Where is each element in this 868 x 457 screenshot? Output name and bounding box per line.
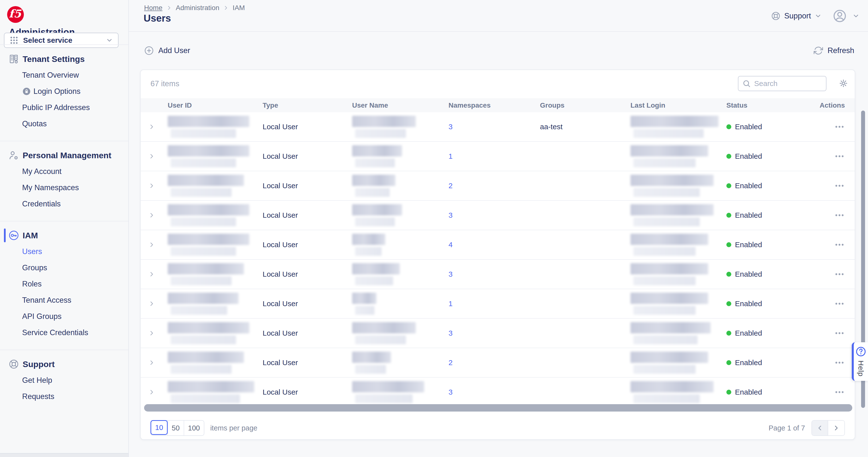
status-value: Enabled bbox=[735, 240, 762, 249]
sidebar-item-tenant-overview[interactable]: Tenant Overview bbox=[0, 67, 128, 83]
sidebar-section-header-support[interactable]: Support bbox=[0, 356, 128, 372]
f5-logo[interactable]: f5 bbox=[7, 6, 24, 23]
sidebar-item-login-options[interactable]: Login Options bbox=[0, 83, 128, 99]
row-actions-menu-icon[interactable] bbox=[834, 269, 845, 280]
horizontal-scrollbar bbox=[144, 404, 852, 412]
page-indicator: Page 1 of 7 bbox=[769, 424, 805, 432]
row-actions-menu-icon[interactable] bbox=[834, 181, 845, 191]
breadcrumb-item-administration[interactable]: Administration bbox=[176, 4, 219, 12]
sidebar-item-groups[interactable]: Groups bbox=[0, 260, 128, 276]
sidebar-section-tenant-settings: Tenant SettingsTenant OverviewLogin Opti… bbox=[0, 44, 128, 141]
namespaces-link[interactable]: 1 bbox=[448, 299, 453, 307]
page-size-10-button[interactable]: 10 bbox=[151, 420, 168, 435]
sidebar-section-header-personal-management[interactable]: Personal Management bbox=[0, 147, 128, 163]
row-expander-icon[interactable] bbox=[148, 123, 155, 130]
sidebar-item-label: Get Help bbox=[22, 376, 52, 385]
status-value: Enabled bbox=[735, 299, 762, 308]
items-per-page-label: items per page bbox=[210, 424, 257, 432]
row-actions-menu-icon[interactable] bbox=[834, 121, 845, 132]
row-expander-icon[interactable] bbox=[148, 300, 155, 307]
breadcrumb-item-iam[interactable]: IAM bbox=[232, 4, 245, 12]
cell-actions bbox=[809, 269, 855, 280]
next-page-button[interactable] bbox=[828, 421, 844, 435]
sidebar-item-get-help[interactable]: Get Help bbox=[0, 372, 128, 388]
namespaces-link[interactable]: 3 bbox=[448, 329, 453, 337]
table-settings-gear-icon[interactable] bbox=[839, 79, 848, 88]
sidebar-item-quotas[interactable]: Quotas bbox=[0, 116, 128, 132]
row-expander-icon[interactable] bbox=[148, 388, 155, 396]
cell-type: Local User bbox=[254, 388, 345, 396]
row-expander-icon[interactable] bbox=[148, 241, 155, 249]
namespaces-link[interactable]: 3 bbox=[448, 388, 453, 396]
redacted-last-login bbox=[630, 352, 708, 374]
user-avatar-icon[interactable] bbox=[833, 9, 847, 23]
row-actions-menu-icon[interactable] bbox=[834, 210, 845, 221]
add-user-button[interactable]: Add User bbox=[144, 46, 190, 56]
table-row: Local User3Enabled bbox=[141, 260, 855, 289]
sidebar-item-my-account[interactable]: My Account bbox=[0, 163, 128, 179]
sidebar-section-title: Personal Management bbox=[23, 151, 112, 160]
chevron-down-icon[interactable] bbox=[852, 12, 860, 20]
namespaces-link[interactable]: 3 bbox=[448, 270, 453, 278]
sidebar: f5 Select service Administration Tenant … bbox=[0, 0, 129, 457]
namespaces-link[interactable]: 1 bbox=[448, 152, 453, 160]
cell-namespaces: 3 bbox=[441, 270, 534, 279]
sidebar-section-header-iam[interactable]: IAM bbox=[0, 227, 128, 243]
page-size-50-button[interactable]: 50 bbox=[167, 421, 183, 435]
cell-status: Enabled bbox=[718, 358, 809, 367]
sidebar-item-credentials[interactable]: Credentials bbox=[0, 196, 128, 212]
cell-last-login bbox=[625, 145, 718, 167]
redacted-last-login bbox=[630, 116, 718, 138]
support-menu[interactable]: Support bbox=[771, 11, 822, 21]
row-actions-menu-icon[interactable] bbox=[834, 151, 845, 162]
cell-last-login bbox=[625, 175, 718, 197]
redacted-user-id bbox=[168, 175, 244, 197]
sidebar-item-roles[interactable]: Roles bbox=[0, 276, 128, 292]
redacted-last-login bbox=[630, 204, 714, 226]
row-actions-menu-icon[interactable] bbox=[834, 328, 845, 338]
sidebar-item-public-ip-addresses[interactable]: Public IP Addresses bbox=[0, 99, 128, 116]
search-input[interactable] bbox=[754, 79, 822, 88]
refresh-button[interactable]: Refresh bbox=[814, 46, 854, 55]
page-size-100-button[interactable]: 100 bbox=[184, 421, 204, 435]
question-circle-icon bbox=[856, 346, 866, 357]
row-actions-menu-icon[interactable] bbox=[834, 387, 845, 397]
namespaces-link[interactable]: 4 bbox=[448, 240, 453, 249]
namespaces-link[interactable]: 3 bbox=[448, 211, 453, 219]
sidebar-section-header-tenant-settings[interactable]: Tenant Settings bbox=[0, 51, 128, 67]
row-actions-menu-icon[interactable] bbox=[834, 357, 845, 368]
sidebar-item-users[interactable]: Users bbox=[0, 243, 128, 260]
sidebar-nav: Tenant SettingsTenant OverviewLogin Opti… bbox=[0, 44, 128, 414]
cell-status: Enabled bbox=[718, 240, 809, 249]
row-expander-icon[interactable] bbox=[148, 359, 155, 366]
namespaces-link[interactable]: 2 bbox=[448, 358, 453, 367]
row-actions-menu-icon[interactable] bbox=[834, 239, 845, 250]
redacted-user-name bbox=[352, 381, 424, 403]
namespaces-link[interactable]: 2 bbox=[448, 182, 453, 190]
row-expander-icon[interactable] bbox=[148, 153, 155, 160]
row-expander-icon[interactable] bbox=[148, 182, 155, 189]
sidebar-item-service-credentials[interactable]: Service Credentials bbox=[0, 325, 128, 341]
redacted-last-login bbox=[630, 293, 708, 315]
sidebar-item-tenant-access[interactable]: Tenant Access bbox=[0, 292, 128, 308]
cell-status: Enabled bbox=[718, 388, 809, 396]
redacted-user-name bbox=[352, 293, 376, 315]
sidebar-item-api-groups[interactable]: API Groups bbox=[0, 308, 128, 325]
help-tab[interactable]: Help bbox=[852, 342, 868, 381]
cell-type: Local User bbox=[254, 182, 345, 190]
sidebar-section-title: Support bbox=[23, 359, 55, 369]
sidebar-item-my-namespaces[interactable]: My Namespaces bbox=[0, 179, 128, 196]
previous-page-button[interactable] bbox=[812, 421, 828, 435]
row-actions-menu-icon[interactable] bbox=[834, 298, 845, 309]
row-expander-icon[interactable] bbox=[148, 329, 155, 337]
namespaces-link[interactable]: 3 bbox=[448, 123, 453, 131]
sidebar-item-requests[interactable]: Requests bbox=[0, 388, 128, 405]
cell-namespaces: 3 bbox=[441, 329, 534, 337]
horizontal-scrollbar-thumb[interactable] bbox=[144, 404, 852, 412]
row-expander-icon[interactable] bbox=[148, 211, 155, 219]
row-expander-icon[interactable] bbox=[148, 270, 155, 278]
breadcrumb-item-home[interactable]: Home bbox=[144, 4, 162, 12]
cell-actions bbox=[809, 210, 855, 221]
type-value: Local User bbox=[262, 182, 298, 190]
breadcrumb: HomeAdministrationIAM bbox=[144, 4, 245, 12]
